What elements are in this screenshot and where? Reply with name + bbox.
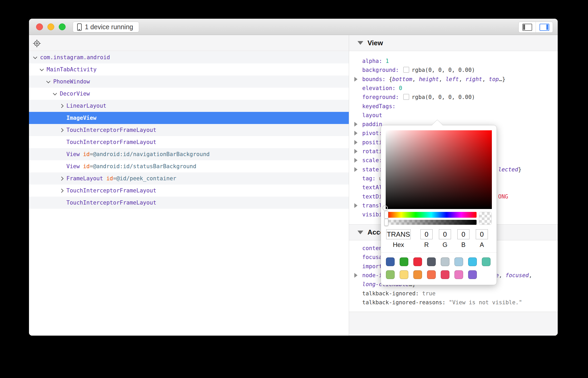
view-section-header[interactable]: View xyxy=(349,35,558,51)
green-input[interactable]: 0 xyxy=(439,229,451,239)
tree-row[interactable]: com.instagram.android xyxy=(29,51,349,63)
tree-node-label: DecorView xyxy=(60,91,90,97)
expand-arrow-icon[interactable] xyxy=(354,122,357,127)
tree-row[interactable]: TouchInterceptorFrameLayout xyxy=(29,124,349,136)
property-key: visibi xyxy=(362,211,382,218)
expand-arrow-icon[interactable] xyxy=(354,77,357,82)
alpha-input[interactable]: 0 xyxy=(476,229,488,239)
property-row[interactable]: background: rgba(0, 0, 0, 0.00) xyxy=(349,66,558,74)
property-row[interactable]: talkback-ignored-reasons: "View is not v… xyxy=(349,298,558,307)
close-window-button[interactable] xyxy=(36,23,43,30)
property-row[interactable]: keyedTags: xyxy=(349,102,558,111)
chevron-down-icon[interactable] xyxy=(53,91,57,95)
chevron-right-icon[interactable] xyxy=(60,104,64,108)
property-key: tag: xyxy=(362,175,379,182)
blue-input[interactable]: 0 xyxy=(457,229,469,239)
color-swatch[interactable] xyxy=(441,270,449,279)
saturation-value-field[interactable] xyxy=(386,130,492,209)
color-swatch[interactable] xyxy=(427,270,436,279)
color-picker-popup: TRANS 0 0 0 0 Hex R G B A xyxy=(381,125,497,285)
tree-row[interactable]: TouchInterceptorFrameLayout xyxy=(29,197,349,209)
property-row[interactable]: alpha: 1 xyxy=(349,57,558,66)
red-input[interactable]: 0 xyxy=(420,229,433,239)
minimize-window-button[interactable] xyxy=(47,23,54,30)
color-swatch[interactable] xyxy=(427,257,436,266)
color-swatch[interactable] xyxy=(441,257,449,266)
property-row[interactable]: layout xyxy=(349,111,558,120)
tree-row[interactable]: ImageView xyxy=(29,112,349,124)
color-cursor[interactable] xyxy=(383,206,388,210)
color-swatch[interactable] xyxy=(386,270,395,279)
expand-arrow-icon[interactable] xyxy=(354,167,357,172)
toggle-left-panel-button[interactable] xyxy=(519,22,536,32)
property-row[interactable]: foreground: rgba(0, 0, 0, 0.00) xyxy=(349,93,558,102)
color-swatch-checkbox[interactable] xyxy=(403,67,409,73)
expand-arrow-icon[interactable] xyxy=(354,149,357,154)
tree-row[interactable]: View id=@android:id/navigationBarBackgro… xyxy=(29,148,349,160)
property-key: scale: xyxy=(362,157,382,163)
color-swatch[interactable] xyxy=(386,257,395,266)
color-swatch[interactable] xyxy=(482,257,491,266)
chevron-right-icon[interactable] xyxy=(60,128,64,132)
chevron-right-icon[interactable] xyxy=(60,188,64,193)
tree-row[interactable]: DecorView xyxy=(29,88,349,100)
alpha-slider[interactable] xyxy=(386,220,477,225)
tree-row[interactable]: MainTabActivity xyxy=(29,63,349,76)
property-value-fragment: ONG xyxy=(498,193,508,200)
property-row[interactable]: elevation: 0 xyxy=(349,84,558,93)
tree-row[interactable]: TouchInterceptorFrameLayout xyxy=(29,185,349,197)
hue-slider-handle[interactable] xyxy=(384,211,388,219)
target-select-icon[interactable] xyxy=(33,39,41,48)
device-running-button[interactable]: 1 device running xyxy=(73,22,139,32)
chevron-down-icon[interactable] xyxy=(33,55,37,59)
chevron-right-icon[interactable] xyxy=(60,176,64,181)
tree-row[interactable]: View id=@android:id/statusBarBackground xyxy=(29,160,349,172)
id-attribute-value: @android:id/navigationBarBackground xyxy=(93,151,210,157)
property-value: rgba(0, 0, 0, 0.00) xyxy=(412,67,475,73)
hue-slider[interactable] xyxy=(386,212,477,218)
toggle-right-panel-button[interactable] xyxy=(536,22,553,32)
current-color-preview xyxy=(479,212,492,225)
expand-arrow-icon[interactable] xyxy=(354,140,357,145)
alpha-slider-handle[interactable] xyxy=(384,219,388,226)
tree-row[interactable]: FrameLayout id=@id/peek_container xyxy=(29,172,349,185)
tree-row[interactable]: LinearLayout xyxy=(29,100,349,112)
property-row[interactable]: talkback-ignored: true xyxy=(349,289,558,298)
expand-arrow-icon[interactable] xyxy=(354,131,357,136)
zoom-window-button[interactable] xyxy=(59,23,66,30)
property-value: , xyxy=(529,272,532,278)
tree-row[interactable]: PhoneWindow xyxy=(29,76,349,88)
color-swatch[interactable] xyxy=(468,270,477,279)
right-panel-icon xyxy=(540,24,549,31)
property-value: bottom xyxy=(392,76,412,82)
chevron-down-icon[interactable] xyxy=(40,67,44,71)
element-tree-panel: com.instagram.androidMainTabActivityPhon… xyxy=(29,35,349,336)
color-swatch[interactable] xyxy=(413,257,422,266)
color-swatch[interactable] xyxy=(454,257,463,266)
expand-arrow-icon[interactable] xyxy=(354,158,357,163)
property-value: height xyxy=(419,76,439,82)
color-swatch-checkbox[interactable] xyxy=(403,94,409,100)
color-swatch[interactable] xyxy=(400,257,408,266)
color-swatch[interactable] xyxy=(468,257,477,266)
property-row[interactable]: bounds: {bottom, height, left, right, to… xyxy=(349,75,558,84)
id-attribute-value: @android:id/statusBarBackground xyxy=(93,163,196,170)
expand-arrow-icon[interactable] xyxy=(354,273,357,278)
id-attribute-name: id xyxy=(103,175,113,182)
window-content: com.instagram.androidMainTabActivityPhon… xyxy=(29,35,558,336)
tree-row[interactable]: TouchInterceptorFrameLayout xyxy=(29,136,349,148)
chevron-down-icon[interactable] xyxy=(46,79,51,83)
hex-input[interactable]: TRANS xyxy=(386,229,411,239)
color-swatch[interactable] xyxy=(413,270,422,279)
color-swatch[interactable] xyxy=(454,270,463,279)
property-value: , xyxy=(459,76,466,82)
property-value: lected xyxy=(498,166,518,173)
property-key: layout xyxy=(362,112,382,118)
inspector-window: 1 device running xyxy=(29,19,558,336)
property-key: background: xyxy=(362,67,402,73)
property-value: focused xyxy=(506,272,529,278)
panel-divider[interactable] xyxy=(349,35,349,336)
expand-arrow-icon[interactable] xyxy=(354,203,357,208)
color-swatch[interactable] xyxy=(400,270,408,279)
tree-node-label: ImageView xyxy=(66,115,96,121)
